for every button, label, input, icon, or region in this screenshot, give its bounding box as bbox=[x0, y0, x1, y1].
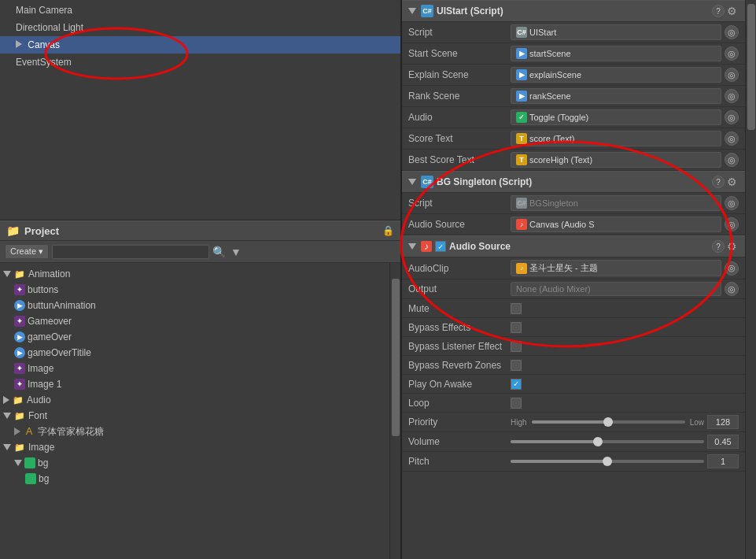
audio-source-checkbox[interactable] bbox=[435, 241, 446, 252]
pitch-slider-track[interactable] bbox=[511, 460, 704, 463]
hierarchy-item-event-system[interactable]: EventSystem bbox=[0, 54, 400, 71]
uistart-fold-arrow[interactable] bbox=[408, 8, 416, 14]
tree-item-bg-folder[interactable]: bg bbox=[0, 455, 389, 471]
tree-item-image-folder[interactable]: 📁 Image bbox=[0, 439, 389, 455]
volume-slider-thumb[interactable] bbox=[593, 437, 603, 446]
tree-item-game-over-titile[interactable]: ▶ gameOverTitile bbox=[0, 345, 389, 361]
bypass-reverb-value[interactable] bbox=[511, 360, 739, 371]
uistart-component-header[interactable]: C# UIStart (Script) ? ⚙ bbox=[402, 0, 745, 22]
project-scrollbar-thumb[interactable] bbox=[392, 279, 400, 436]
bg-singleton-component-header[interactable]: C# BG Singleton (Script) ? ⚙ bbox=[402, 171, 745, 193]
hierarchy-item-main-camera[interactable]: Main Camera bbox=[0, 2, 400, 19]
output-ref-label: None (Audio Mixer) bbox=[516, 284, 591, 294]
rank-scene-circle-btn[interactable]: ◎ bbox=[725, 89, 739, 103]
bg-singleton-gear-button[interactable]: ⚙ bbox=[725, 175, 739, 189]
tree-item-buttons[interactable]: ✦ buttons bbox=[0, 282, 389, 298]
font-file-arrow bbox=[14, 428, 20, 435]
hierarchy-item-directional-light[interactable]: Directional Light bbox=[0, 19, 400, 36]
best-score-label: Best Score Text bbox=[408, 154, 511, 165]
font-folder-icon: 📁 bbox=[13, 409, 26, 422]
audioclip-circle-btn[interactable]: ◎ bbox=[725, 261, 739, 276]
bg-script-circle-btn[interactable]: ◎ bbox=[725, 196, 739, 210]
hierarchy-item-canvas[interactable]: Canvas bbox=[0, 36, 400, 54]
best-score-icon: T bbox=[516, 154, 527, 165]
output-circle-btn[interactable]: ◎ bbox=[725, 282, 739, 296]
tree-item-font-folder[interactable]: 📁 Font bbox=[0, 408, 389, 424]
bg-singleton-help-button[interactable]: ? bbox=[712, 176, 725, 188]
explain-scene-circle-btn[interactable]: ◎ bbox=[725, 68, 739, 82]
bg-audio-source-circle-btn[interactable]: ◎ bbox=[725, 217, 739, 231]
loop-checkbox[interactable] bbox=[511, 398, 522, 409]
priority-slider-container[interactable]: High Low bbox=[511, 418, 704, 427]
priority-value-box[interactable]: 128 bbox=[707, 415, 739, 429]
bypass-effects-checkbox[interactable] bbox=[511, 322, 522, 333]
bypass-listener-value[interactable] bbox=[511, 341, 739, 352]
uistart-gear-button[interactable]: ⚙ bbox=[725, 4, 739, 18]
project-scrollbar[interactable] bbox=[389, 263, 400, 559]
tree-item-game-over[interactable]: ▶ gameOver bbox=[0, 329, 389, 345]
score-text-ref-label: score (Text) bbox=[529, 134, 574, 143]
bypass-effects-value[interactable] bbox=[511, 322, 739, 333]
volume-value-box[interactable]: 0.45 bbox=[707, 435, 739, 449]
bg-folder-arrow bbox=[14, 460, 22, 466]
priority-slider-track[interactable] bbox=[532, 420, 685, 424]
play-on-awake-value[interactable] bbox=[511, 379, 739, 390]
project-search-input[interactable] bbox=[52, 245, 209, 259]
pitch-value-box[interactable]: 1 bbox=[707, 454, 739, 468]
tree-item-font-file[interactable]: A 字体管家棉花糖 bbox=[0, 424, 389, 439]
uistart-help-button[interactable]: ? bbox=[712, 5, 725, 17]
tree-item-animation-folder[interactable]: 📁 Animation bbox=[0, 266, 389, 282]
rank-scene-row: Rank Scene ▶ rankScene ◎ bbox=[402, 86, 745, 107]
volume-slider-track[interactable] bbox=[511, 440, 704, 443]
tree-item-buttun-animation[interactable]: ▶ buttunAnimation bbox=[0, 298, 389, 313]
audio-source-component-header[interactable]: ♪ Audio Source ? ⚙ bbox=[402, 235, 745, 257]
score-text-label: Score Text bbox=[408, 133, 511, 144]
tree-item-image-anim[interactable]: ✦ Image bbox=[0, 361, 389, 376]
audioclip-ref-icon: ♪ bbox=[516, 263, 527, 274]
mute-value[interactable] bbox=[511, 303, 739, 314]
audio-source-help-button[interactable]: ? bbox=[712, 240, 725, 253]
audio-circle-btn[interactable]: ◎ bbox=[725, 110, 739, 124]
pitch-slider-thumb[interactable] bbox=[603, 457, 612, 466]
tree-item-bg-image[interactable]: bg bbox=[0, 471, 389, 487]
bg-audio-source-icon: ♪ bbox=[516, 219, 527, 230]
create-button[interactable]: Create ▾ bbox=[5, 244, 49, 259]
bg-audio-source-ref: ♪ Canvas (Audio S bbox=[511, 217, 721, 232]
bypass-listener-checkbox[interactable] bbox=[511, 341, 522, 352]
inspector-scrollbar-thumb[interactable] bbox=[747, 4, 755, 130]
bg-singleton-fold-arrow[interactable] bbox=[408, 179, 416, 185]
tree-item-gameover[interactable]: ✦ Gameover bbox=[0, 313, 389, 329]
audio-source-fold-arrow[interactable] bbox=[408, 243, 416, 250]
script-circle-btn[interactable]: ◎ bbox=[725, 25, 739, 39]
score-text-circle-btn[interactable]: ◎ bbox=[725, 131, 739, 146]
volume-slider-container[interactable] bbox=[511, 440, 704, 443]
tree-item-image1-anim[interactable]: ✦ Image 1 bbox=[0, 376, 389, 392]
loop-value[interactable] bbox=[511, 398, 739, 409]
script-label: Script bbox=[408, 27, 511, 38]
tree-item-audio-folder[interactable]: 📁 Audio bbox=[0, 392, 389, 408]
pitch-slider-container[interactable] bbox=[511, 460, 704, 463]
audio-source-enabled-check[interactable] bbox=[435, 241, 446, 253]
loop-label: Loop bbox=[408, 398, 511, 409]
bypass-effects-label: Bypass Effects bbox=[408, 322, 511, 333]
start-scene-circle-btn[interactable]: ◎ bbox=[725, 46, 739, 61]
image-anim-label: Image bbox=[28, 361, 53, 376]
bg-folder-icon bbox=[24, 457, 35, 468]
search-icon[interactable]: 🔍 bbox=[212, 246, 226, 258]
mute-checkbox[interactable] bbox=[511, 303, 522, 314]
bypass-reverb-label: Bypass Reverb Zones bbox=[408, 360, 511, 371]
inspector-scrollbar[interactable] bbox=[745, 0, 756, 559]
audio-source-title: Audio Source bbox=[449, 241, 712, 252]
bg-folder-label: bg bbox=[38, 456, 48, 470]
priority-slider-thumb[interactable] bbox=[603, 417, 613, 427]
explain-scene-row: Explain Scene ▶ explainScene ◎ bbox=[402, 65, 745, 86]
best-score-circle-btn[interactable]: ◎ bbox=[725, 153, 739, 167]
audio-ref-label: Toggle (Toggle) bbox=[529, 113, 588, 122]
audio-label: Audio bbox=[408, 112, 511, 123]
filter-icon[interactable]: ▼ bbox=[230, 246, 242, 258]
animation-folder-arrow bbox=[3, 271, 11, 277]
bypass-reverb-checkbox[interactable] bbox=[511, 360, 522, 371]
audioclip-value: ♪ 圣斗士星矢 - 主题 ◎ bbox=[511, 260, 739, 276]
play-on-awake-checkbox[interactable] bbox=[511, 379, 522, 390]
audio-source-gear-button[interactable]: ⚙ bbox=[725, 239, 739, 254]
